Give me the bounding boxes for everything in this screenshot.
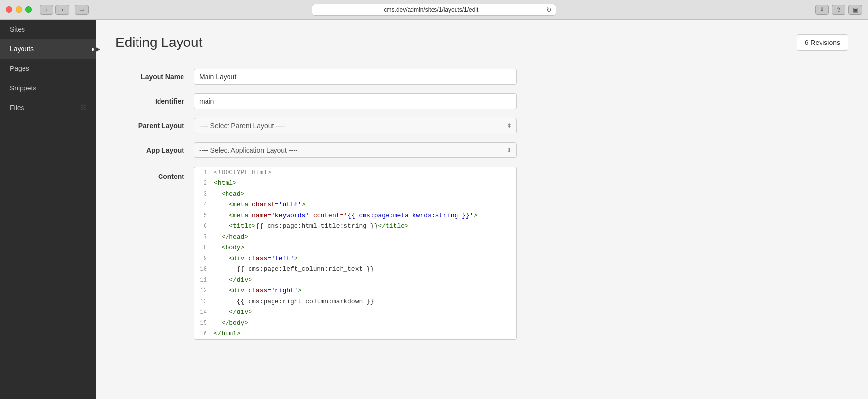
minimize-button[interactable] [16, 6, 22, 13]
download-button[interactable]: ⇩ [815, 5, 829, 15]
sidebar-item-sites[interactable]: Sites [0, 20, 96, 39]
reload-button[interactable]: ↻ [546, 6, 552, 14]
page-header: Editing Layout 6 Revisions [115, 34, 848, 59]
line-content: <div class='left'> [212, 253, 516, 264]
sidebar: Sites Layouts ▶ Pages Snippets Files ☷ [0, 20, 96, 399]
sidebar-item-snippets[interactable]: Snippets [0, 78, 96, 98]
parent-layout-select[interactable]: ---- Select Parent Layout ---- [194, 118, 517, 133]
line-content: <meta name='keywords' content='{{ cms:pa… [212, 210, 516, 221]
parent-layout-field: ---- Select Parent Layout ---- [194, 118, 517, 133]
line-number: 11 [194, 275, 212, 286]
code-line: 13 {{ cms:page:right_column:markdown }} [194, 296, 516, 307]
layout-name-row: Layout Name [115, 69, 517, 85]
line-number: 3 [194, 189, 212, 200]
code-line: 2<html> [194, 178, 516, 189]
sidebar-item-layouts[interactable]: Layouts ▶ [0, 39, 96, 59]
line-number: 10 [194, 264, 212, 275]
app-layout-label: App Layout [115, 142, 194, 154]
content-label: Content [115, 167, 194, 180]
sidebar-files-label: Files [10, 104, 24, 111]
maximize-button[interactable] [25, 6, 32, 13]
content-field: 1<!DOCTYPE html>2<html>3 <head>4 <meta c… [194, 167, 517, 340]
line-number: 15 [194, 318, 212, 329]
nav-buttons: ‹ › [40, 5, 69, 15]
new-tab-button[interactable]: ▣ [848, 5, 862, 15]
line-content: </div> [212, 307, 516, 318]
line-content: <html> [212, 178, 516, 189]
line-content: <div class='right'> [212, 286, 516, 296]
sidebar-toggle-button[interactable]: ▭ [75, 5, 89, 15]
code-line: 6 <title>{{ cms:page:html-title:string }… [194, 221, 516, 232]
window-chrome: ‹ › ▭ cms.dev/admin/sites/1/layouts/1/ed… [0, 0, 868, 20]
code-line: 16</html> [194, 329, 516, 339]
code-line: 14 </div> [194, 307, 516, 318]
sidebar-active-wrapper: Layouts ▶ [0, 39, 96, 59]
line-content: <title>{{ cms:page:html-title:string }}<… [212, 221, 516, 232]
line-content: </body> [212, 318, 516, 329]
line-number: 2 [194, 178, 212, 189]
form-container: Layout Name Identifier Parent Layout [115, 69, 517, 340]
sidebar-item-files[interactable]: Files ☷ [0, 98, 96, 117]
code-line: 1<!DOCTYPE html> [194, 167, 516, 178]
layout-name-input[interactable] [194, 69, 517, 85]
app-layout-select-wrapper: ---- Select Application Layout ---- [194, 142, 517, 158]
code-line: 7 </head> [194, 232, 516, 243]
app-layout-field: ---- Select Application Layout ---- [194, 142, 517, 158]
code-editor[interactable]: 1<!DOCTYPE html>2<html>3 <head>4 <meta c… [194, 167, 517, 340]
revisions-button[interactable]: 6 Revisions [797, 34, 848, 51]
identifier-input[interactable] [194, 93, 517, 109]
line-number: 16 [194, 329, 212, 339]
sidebar-layouts-label: Layouts [10, 45, 34, 53]
line-content: </div> [212, 275, 516, 286]
code-line: 9 <div class='left'> [194, 253, 516, 264]
share-button[interactable]: ⇪ [832, 5, 845, 15]
code-line: 4 <meta charst='utf8'> [194, 200, 516, 210]
identifier-row: Identifier [115, 93, 517, 109]
line-content: <body> [212, 243, 516, 253]
parent-layout-label: Parent Layout [115, 118, 194, 130]
code-line: 8 <body> [194, 243, 516, 253]
address-bar[interactable]: cms.dev/admin/sites/1/layouts/1/edit ↻ [312, 4, 556, 16]
app-layout-row: App Layout ---- Select Application Layou… [115, 142, 517, 158]
line-content: <head> [212, 189, 516, 200]
line-content: {{ cms:page:right_column:markdown }} [212, 296, 516, 307]
sidebar-sites-label: Sites [10, 25, 25, 33]
close-button[interactable] [6, 6, 12, 13]
back-button[interactable]: ‹ [40, 5, 53, 15]
layout-name-label: Layout Name [115, 69, 194, 81]
main-content: Editing Layout 6 Revisions Layout Name I… [96, 20, 868, 399]
page-title: Editing Layout [115, 35, 202, 50]
url-text: cms.dev/admin/sites/1/layouts/1/edit [316, 6, 546, 13]
sidebar-item-pages[interactable]: Pages [0, 59, 96, 78]
identifier-field [194, 93, 517, 109]
line-number: 14 [194, 307, 212, 318]
line-content: <!DOCTYPE html> [212, 167, 516, 178]
forward-button[interactable]: › [55, 5, 69, 15]
line-number: 1 [194, 167, 212, 178]
app-container: Sites Layouts ▶ Pages Snippets Files ☷ E… [0, 20, 868, 399]
app-layout-select[interactable]: ---- Select Application Layout ---- [194, 142, 517, 158]
content-row: Content 1<!DOCTYPE html>2<html>3 <head>4… [115, 167, 517, 340]
line-content: {{ cms:page:left_column:rich_text }} [212, 264, 516, 275]
line-number: 12 [194, 286, 212, 296]
sidebar-pages-label: Pages [10, 65, 29, 72]
line-number: 8 [194, 243, 212, 253]
line-number: 6 [194, 221, 212, 232]
code-line: 10 {{ cms:page:left_column:rich_text }} [194, 264, 516, 275]
line-content: </html> [212, 329, 516, 339]
traffic-lights [6, 6, 32, 13]
line-number: 4 [194, 200, 212, 210]
parent-layout-select-wrapper: ---- Select Parent Layout ---- [194, 118, 517, 133]
address-bar-container: cms.dev/admin/sites/1/layouts/1/edit ↻ [0, 4, 868, 16]
line-content: <meta charst='utf8'> [212, 200, 516, 210]
code-line: 11 </div> [194, 275, 516, 286]
identifier-label: Identifier [115, 93, 194, 105]
line-number: 13 [194, 296, 212, 307]
layout-name-field [194, 69, 517, 85]
active-arrow-icon: ▶ [93, 44, 100, 54]
sidebar-snippets-label: Snippets [10, 84, 36, 92]
code-line: 12 <div class='right'> [194, 286, 516, 296]
line-number: 5 [194, 210, 212, 221]
line-content: </head> [212, 232, 516, 243]
code-line: 3 <head> [194, 189, 516, 200]
